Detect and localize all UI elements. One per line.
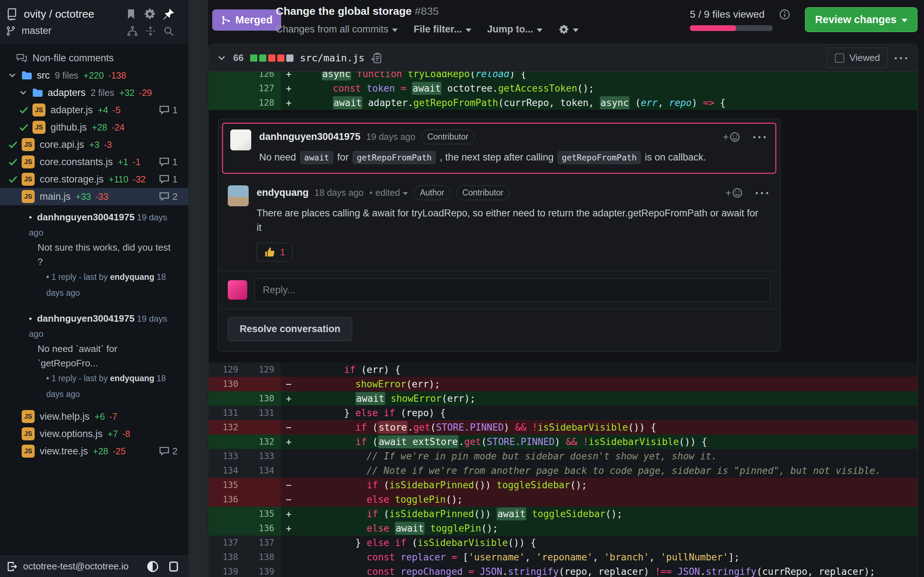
file-kebab-menu[interactable]: ··· — [894, 55, 909, 62]
review-changes-button[interactable]: Review changes — [805, 7, 918, 32]
tree-file-view.help.js[interactable]: JSview.help.js+6-7 — [0, 408, 188, 425]
theme-toggle-icon[interactable] — [147, 561, 159, 573]
new-line-number[interactable]: 138 — [245, 550, 281, 564]
avatar[interactable] — [228, 185, 249, 206]
new-line-number[interactable]: 137 — [245, 535, 281, 550]
old-line-number[interactable]: 137 — [208, 535, 245, 550]
chevron-down-icon[interactable] — [16, 88, 30, 97]
old-line-number[interactable] — [208, 95, 245, 110]
tree-item-label: core.storage.js — [40, 174, 103, 185]
tree-file-core.constants.js[interactable]: JScore.constants.js+1-11 — [0, 153, 188, 171]
new-line-number[interactable]: 135 — [245, 507, 281, 521]
sidebar-review-thread[interactable]: •danhnguyen30041975 19 days agoNot sure … — [0, 205, 188, 306]
new-line-number[interactable]: 131 — [245, 406, 281, 420]
gear-icon[interactable] — [144, 8, 156, 20]
chevron-down-icon[interactable] — [5, 71, 19, 80]
inline-comment-thread: danhnguyen3004197519 days agoContributor… — [208, 110, 918, 363]
reaction-thumbs-up[interactable]: 1 — [257, 243, 293, 261]
old-line-number[interactable] — [208, 81, 245, 95]
new-line-number[interactable]: 139 — [245, 564, 281, 577]
js-file-icon: JS — [22, 190, 35, 203]
sidebar-resize-gutter[interactable] — [188, 0, 208, 577]
new-line-number[interactable] — [245, 492, 281, 507]
old-line-number[interactable] — [208, 435, 245, 449]
old-line-number[interactable]: 129 — [208, 363, 245, 377]
file-filter-menu[interactable]: File filter... — [414, 24, 472, 35]
tree-file-github.js[interactable]: JSgithub.js+28-24 — [0, 119, 188, 136]
tree-file-view.options.js[interactable]: JSview.options.js+7-8 — [0, 425, 188, 443]
comment-author[interactable]: danhnguyen30041975 — [259, 131, 360, 142]
old-line-number[interactable]: 136 — [208, 492, 245, 507]
sign-out-icon[interactable] — [6, 561, 17, 572]
tree-file-core.storage.js[interactable]: JScore.storage.js+110-321 — [0, 171, 188, 188]
changes-from-menu[interactable]: Changes from all commits — [276, 24, 398, 35]
sidebar-item-non-file-comments[interactable]: Non-file comments — [0, 49, 188, 67]
pr-title: Change the global storage #835 — [276, 5, 439, 17]
repo-name[interactable]: ovity / octotree — [24, 8, 120, 20]
new-line-number[interactable] — [245, 377, 281, 391]
new-line-number[interactable]: 133 — [245, 449, 281, 463]
folder-file-count: 9 files — [55, 70, 78, 81]
old-line-number[interactable]: 131 — [208, 406, 245, 420]
tree-folder-adapters[interactable]: adapters2 files+32-29 — [0, 84, 188, 102]
dock-sidebar-icon[interactable] — [168, 561, 179, 572]
collapse-icon[interactable] — [145, 26, 156, 36]
diff-settings-menu[interactable] — [558, 24, 578, 35]
new-line-number[interactable]: 132 — [245, 435, 281, 449]
comment-kebab-menu[interactable]: ··· — [755, 189, 771, 197]
avatar[interactable] — [230, 129, 251, 150]
jump-to-menu[interactable]: Jump to... — [487, 24, 543, 35]
tree-file-core.api.js[interactable]: JScore.api.js+3-3 — [0, 136, 188, 153]
file-path[interactable]: src/main.js — [300, 52, 365, 63]
copy-path-icon[interactable] — [371, 52, 383, 64]
tree-file-main.js[interactable]: JSmain.js+33-332 — [0, 188, 188, 205]
old-line-number[interactable]: 130 — [208, 377, 245, 391]
old-line-number[interactable] — [208, 521, 245, 535]
diff-marker: + — [281, 72, 299, 81]
old-line-number[interactable]: 138 — [208, 550, 245, 564]
resolve-conversation-button[interactable]: Resolve conversation — [228, 317, 352, 341]
new-line-number[interactable]: 129 — [245, 363, 281, 377]
old-line-number[interactable]: 133 — [208, 449, 245, 463]
pin-icon[interactable] — [163, 9, 174, 19]
folder-file-count: 2 files — [90, 88, 114, 98]
network-icon[interactable] — [127, 26, 138, 36]
add-reaction-button[interactable]: + — [723, 131, 740, 143]
new-line-number[interactable] — [245, 478, 281, 492]
new-line-number[interactable]: 130 — [245, 391, 281, 406]
comment-kebab-menu[interactable]: ··· — [753, 134, 768, 141]
viewed-toggle[interactable]: Viewed — [827, 48, 888, 68]
new-line-number[interactable] — [245, 420, 281, 435]
chevron-down-icon[interactable] — [216, 53, 227, 63]
new-line-number[interactable]: 136 — [245, 521, 281, 535]
old-line-number[interactable] — [208, 72, 245, 81]
bookmark-icon[interactable] — [126, 9, 136, 19]
branch-name[interactable]: master — [22, 25, 121, 36]
reply-input[interactable] — [254, 279, 771, 301]
tree-folder-src[interactable]: src9 files+220-138 — [0, 67, 188, 84]
old-line-number[interactable] — [208, 507, 245, 521]
old-line-number[interactable]: 134 — [208, 463, 245, 478]
tree-file-adapter.js[interactable]: JSadapter.js+4-51 — [0, 102, 188, 119]
viewed-checkbox[interactable] — [835, 53, 844, 63]
new-line-number[interactable]: 128 — [245, 95, 281, 110]
old-line-number[interactable] — [208, 391, 245, 406]
old-line-number[interactable]: 132 — [208, 420, 245, 435]
new-line-number[interactable]: 134 — [245, 463, 281, 478]
old-line-number[interactable]: 139 — [208, 564, 245, 577]
old-line-number[interactable]: 135 — [208, 478, 245, 492]
tree-file-view.tree.js[interactable]: JSview.tree.js+28-252 — [0, 443, 188, 460]
sidebar-review-thread[interactable]: •danhnguyen30041975 19 days agoNo need `… — [0, 306, 188, 408]
diff-marker — [281, 463, 299, 478]
diff-line-136: 136− else togglePin(); — [208, 492, 918, 507]
new-line-number[interactable]: 126 — [245, 72, 281, 81]
info-icon[interactable] — [779, 9, 790, 20]
search-icon[interactable] — [163, 26, 174, 36]
diff-line-129: 129129 if (err) { — [208, 363, 918, 377]
edited-indicator[interactable]: • edited — [369, 187, 408, 198]
new-line-number[interactable]: 127 — [245, 81, 281, 95]
add-reaction-button[interactable]: + — [725, 187, 743, 199]
deleted-lines: -7 — [109, 411, 117, 422]
thread-snippet: Not sure this works, did you test ? — [29, 240, 178, 269]
comment-author[interactable]: endyquang — [257, 187, 309, 198]
